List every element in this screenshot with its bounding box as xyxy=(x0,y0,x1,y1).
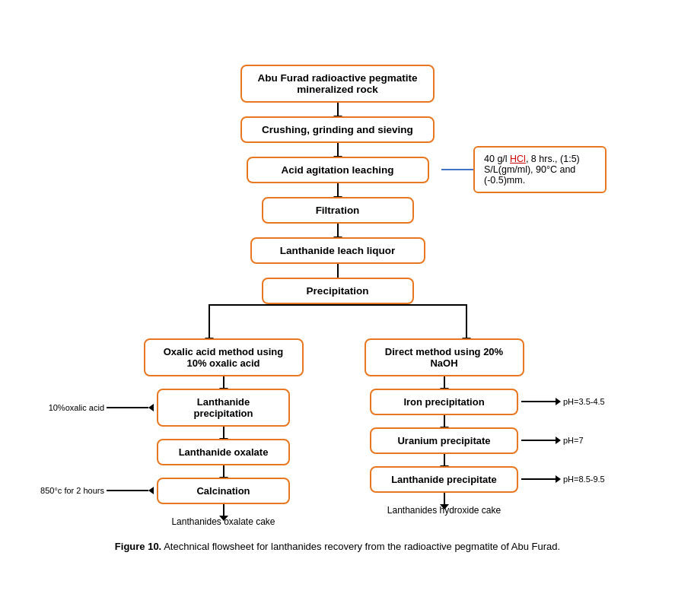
side-note-text2: , 8 hrs., (1:5) xyxy=(526,154,580,164)
lanthanide-precip-right-box: Lanthanide precipitate xyxy=(370,466,518,493)
ph3-label: pH=8.5-9.5 xyxy=(563,475,605,484)
arrow-left-4 xyxy=(223,504,224,516)
arrow-1 xyxy=(337,103,339,116)
calcination-label: 850°c for 2 hours xyxy=(40,486,104,495)
branch-v-right xyxy=(466,304,467,338)
lanthanide-precip-right-row: Lanthanide precipitate pH=8.5-9.5 xyxy=(370,466,518,493)
arrow-right-2 xyxy=(444,415,445,427)
oxalic-method-box: Oxalic acid method using 10% oxalic acid xyxy=(144,338,304,376)
arrow-right-1 xyxy=(444,376,445,389)
side-note-text1: 40 g/l xyxy=(484,154,510,164)
uranium-precip-label: Uranium precipitate xyxy=(397,435,490,446)
split-section: Oxalic acid method using 10% oxalic acid… xyxy=(102,338,574,527)
filtration-label: Filtration xyxy=(316,205,360,216)
ph1-arrow: pH=3.5-4.5 xyxy=(521,397,605,406)
branch-h-line xyxy=(209,304,467,306)
ph2-arrow: pH=7 xyxy=(521,436,584,445)
ph1-line xyxy=(521,401,556,402)
caption-text: Atechnical flowsheet for lanthanides rec… xyxy=(161,541,560,552)
filtration-box: Filtration xyxy=(262,197,414,224)
ph3-head xyxy=(556,475,561,483)
ph2-head xyxy=(556,437,561,444)
oxalic-acid-label: 10%oxalic acid xyxy=(49,403,104,412)
side-note-text3: S/L(gm/ml), 90°C and xyxy=(484,164,575,175)
side-note-box: 40 g/l HCl, 8 hrs., (1:5) S/L(gm/ml), 90… xyxy=(473,146,607,193)
direct-method-box: Direct method using 20% NaOH xyxy=(365,338,524,376)
iron-precip-box: Iron precipitation xyxy=(370,389,518,415)
flowchart: Abu Furad radioactive pegmatite minerali… xyxy=(23,65,652,552)
page: Abu Furad radioactive pegmatite minerali… xyxy=(0,49,675,567)
precipitation-box: Precipitation xyxy=(262,278,414,304)
leaching-box: Acid agitation leaching xyxy=(247,157,429,183)
arrow-left-2 xyxy=(223,427,224,439)
calcination-arrow-head xyxy=(148,487,154,494)
rock-box: Abu Furad radioactive pegmatite minerali… xyxy=(240,65,435,103)
calcination-arrow-line xyxy=(107,490,148,491)
leaching-label: Acid agitation leaching xyxy=(282,164,394,176)
calcination-label-text: Calcination xyxy=(196,485,250,497)
branch-v-left xyxy=(209,304,210,338)
arrow-left-3 xyxy=(223,465,224,478)
side-note-text4: (-0.5)mm. xyxy=(484,175,525,186)
arrow-left-1 xyxy=(223,376,224,389)
right-column: Direct method using 20% NaOH Iron precip… xyxy=(345,338,543,516)
arrow-right-3 xyxy=(444,454,445,466)
lanthanide-precip-label: Lanthanide precipitation xyxy=(193,396,253,419)
figure-caption: Figure 10. Atechnical flowsheet for lant… xyxy=(115,541,560,552)
leach-liquor-label: Lanthanide leach liquor xyxy=(280,245,396,256)
calcination-row: 850°c for 2 hours Calcination xyxy=(157,478,290,504)
ph3-line xyxy=(521,478,556,480)
arrow-3 xyxy=(337,183,339,197)
direct-method-label: Direct method using 20% NaOH xyxy=(385,346,503,369)
ph1-head xyxy=(556,398,561,405)
arrow-2 xyxy=(337,143,339,157)
ph2-label: pH=7 xyxy=(563,436,584,445)
oxalic-acid-arrow: 10%oxalic acid xyxy=(49,403,154,412)
left-column: Oxalic acid method using 10% oxalic acid… xyxy=(132,338,315,527)
ph3-arrow: pH=8.5-9.5 xyxy=(521,475,605,484)
lanthanide-precip-right-label: Lanthanide precipitate xyxy=(391,474,497,485)
iron-precip-row: Iron precipitation pH=3.5-4.5 xyxy=(370,389,518,415)
ph2-line xyxy=(521,440,556,441)
rock-label: Abu Furad radioactive pegmatite minerali… xyxy=(257,72,417,95)
leach-liquor-box: Lanthanide leach liquor xyxy=(250,237,425,264)
leaching-row: Acid agitation leaching 40 g/l HCl, 8 hr… xyxy=(23,157,652,183)
precipitation-label: Precipitation xyxy=(307,285,369,297)
calcination-arrow: 850°c for 2 hours xyxy=(40,486,154,495)
vert-line-1 xyxy=(337,264,339,278)
lanthanide-precip-box: Lanthanide precipitation xyxy=(157,389,290,427)
side-note-hcl: HCl xyxy=(510,154,526,164)
iron-precip-label: Iron precipitation xyxy=(403,396,484,408)
oxalic-method-label: Oxalic acid method using 10% oxalic acid xyxy=(164,346,283,369)
calcination-box: Calcination xyxy=(157,478,290,504)
uranium-precip-box: Uranium precipitate xyxy=(370,427,518,454)
uranium-precip-row: Uranium precipitate pH=7 xyxy=(370,427,518,454)
branch-container xyxy=(125,304,551,338)
lanthanide-oxalate-label: Lanthanide oxalate xyxy=(179,446,269,458)
oxalic-arrow-head xyxy=(148,404,154,411)
lanthanide-oxalate-box: Lanthanide oxalate xyxy=(157,439,290,465)
oxalic-arrow-line xyxy=(107,407,148,408)
crushing-label: Crushing, grinding and sieving xyxy=(262,124,413,135)
arrow-right-4 xyxy=(444,493,445,505)
caption-bold: Figure 10. xyxy=(115,541,161,552)
lanthanide-precip-row: 10%oxalic acid Lanthanide precipitation xyxy=(157,389,290,427)
arrow-4 xyxy=(337,224,339,237)
ph1-label: pH=3.5-4.5 xyxy=(563,397,605,406)
crushing-box: Crushing, grinding and sieving xyxy=(240,116,435,143)
